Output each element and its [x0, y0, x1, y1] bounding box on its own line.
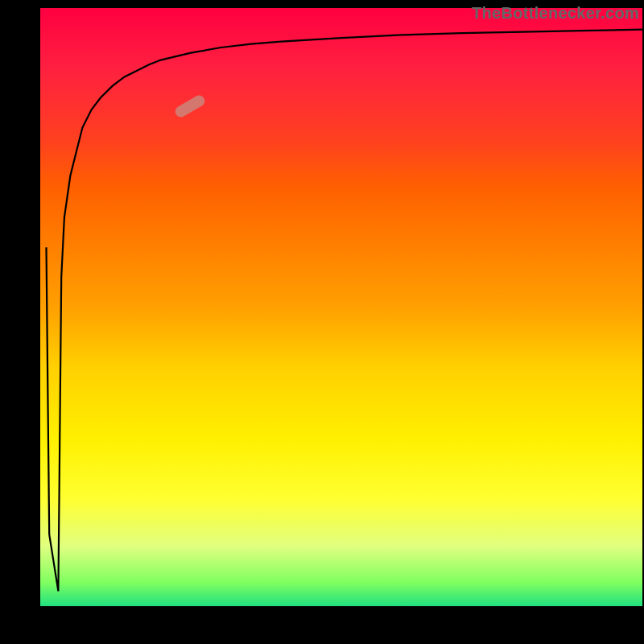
watermark-text: TheBottlenecker.com	[472, 4, 639, 23]
chart-container: TheBottlenecker.com	[0, 0, 644, 644]
plot-area	[40, 8, 642, 606]
